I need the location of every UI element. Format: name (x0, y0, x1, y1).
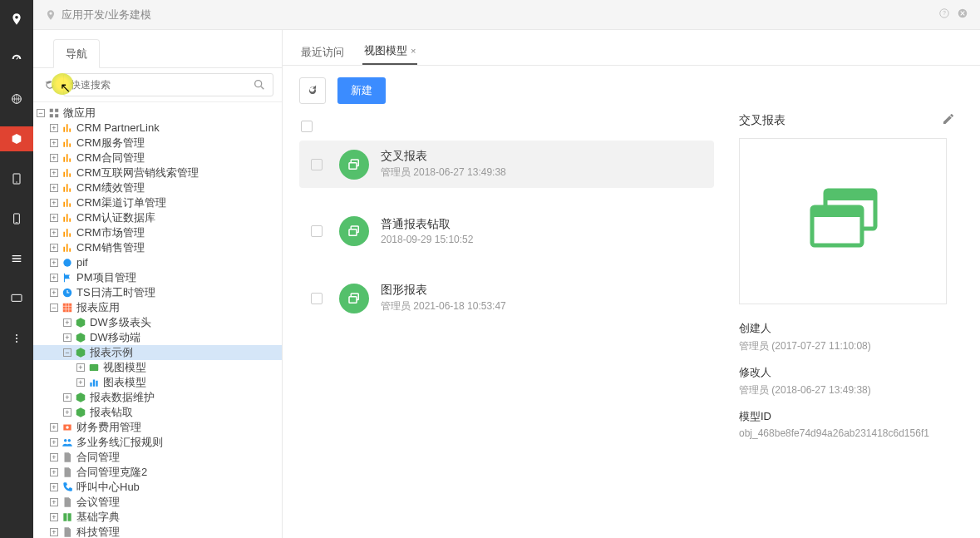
doc-icon (62, 526, 73, 538)
tree-toggle[interactable]: + (63, 393, 71, 402)
search-input-wrapper[interactable] (63, 73, 273, 96)
tree-node-crm3[interactable]: +CRM合同管理 (33, 151, 282, 165)
tree-toggle[interactable]: + (50, 154, 58, 162)
svg-rect-26 (349, 230, 357, 236)
tree-node-tech[interactable]: +科技管理 (33, 525, 282, 538)
tree-toggle[interactable]: + (50, 468, 58, 476)
details-panel: 交叉报表 创建人 管理员 (2017-07-27 11:10:08) 修改人 (731, 112, 980, 538)
chart-icon (62, 152, 73, 164)
tree-node-meeting[interactable]: +会议管理 (33, 495, 282, 510)
svg-rect-24 (349, 162, 357, 169)
tree-toggle[interactable]: + (50, 184, 58, 192)
tree-toggle[interactable]: + (76, 363, 85, 372)
tree-toggle[interactable]: + (63, 408, 71, 417)
tree-label: 科技管理 (76, 525, 120, 538)
tree-toggle[interactable]: + (63, 333, 71, 342)
tree-node-ts[interactable]: +TS日清工时管理 (33, 285, 282, 300)
tree-label: 报表应用 (76, 300, 120, 315)
rail-item-dashboard[interactable] (0, 47, 33, 72)
tree-node-crm2[interactable]: +CRM服务管理 (33, 136, 282, 151)
breadcrumb-part1[interactable]: 应用开发 (62, 7, 105, 22)
tree-node-chart[interactable]: +图表模型 (33, 375, 282, 390)
tree-node-pif[interactable]: +pif (33, 255, 282, 270)
tree-node-rules[interactable]: +多业务线汇报规则 (33, 435, 282, 450)
sidebar-refresh-button[interactable]: ↖ (42, 77, 58, 93)
tree-node-crm4[interactable]: +CRM互联网营销线索管理 (33, 165, 282, 180)
rail-item-mobile[interactable] (0, 206, 33, 231)
tree-label: CRM绩效管理 (76, 180, 145, 195)
tree-toggle[interactable]: + (50, 453, 58, 461)
close-icon[interactable] (957, 7, 968, 22)
tree-node-crm1[interactable]: +CRM PartnerLink (33, 121, 282, 136)
tree-toggle[interactable]: + (50, 423, 58, 432)
tree-toggle[interactable]: + (50, 214, 58, 222)
tree-toggle[interactable]: + (50, 483, 58, 491)
tree-toggle[interactable]: + (50, 124, 58, 132)
tree-toggle[interactable]: − (63, 348, 71, 357)
rail-item-tablet[interactable] (0, 166, 33, 191)
list-refresh-button[interactable] (299, 77, 326, 104)
tree-toggle[interactable]: + (50, 229, 58, 237)
content-tabs: 最近访问 视图模型× (283, 30, 980, 66)
search-input[interactable] (71, 79, 253, 91)
help-icon[interactable]: ? (938, 7, 950, 22)
tree-node-root[interactable]: −微应用 (33, 106, 282, 121)
tree-toggle[interactable]: + (50, 169, 58, 177)
tree-toggle[interactable]: − (50, 304, 58, 312)
tree-toggle[interactable]: + (63, 318, 71, 327)
tree-node-crm5[interactable]: +CRM绩效管理 (33, 180, 282, 195)
tree-node-call[interactable]: +呼叫中心Hub (33, 480, 282, 495)
rail-item-list[interactable] (0, 246, 33, 271)
tree-node-report[interactable]: −报表应用 (33, 300, 282, 315)
checkbox[interactable] (311, 159, 323, 170)
svg-rect-14 (55, 109, 58, 112)
tree-toggle[interactable]: + (76, 378, 85, 387)
tree-node-finance[interactable]: +财务费用管理 (33, 420, 282, 435)
list-item[interactable]: 交叉报表管理员 2018-06-27 13:49:38 (299, 141, 714, 188)
tree-toggle[interactable]: + (50, 528, 58, 536)
tree-label: CRM PartnerLink (76, 121, 160, 136)
tree-node-reportdrill[interactable]: +报表钻取 (33, 405, 282, 420)
tree-toggle[interactable]: + (50, 513, 58, 521)
tree-node-crm7[interactable]: +CRM认证数据库 (33, 210, 282, 225)
tree-node-contract[interactable]: +合同管理 (33, 450, 282, 465)
tree-toggle[interactable]: + (50, 289, 58, 297)
tree-toggle[interactable]: + (50, 259, 58, 267)
rail-item-monitor[interactable] (0, 286, 33, 311)
list-item[interactable]: 图形报表管理员 2021-06-18 10:53:47 (299, 274, 714, 322)
tree-toggle[interactable]: + (50, 244, 58, 252)
checkbox-all[interactable] (301, 121, 313, 132)
rail-item-model[interactable] (0, 126, 33, 151)
tab-recent[interactable]: 最近访问 (299, 40, 346, 65)
new-button[interactable]: 新建 (337, 77, 386, 104)
tree-toggle[interactable]: + (50, 199, 58, 207)
tree-toggle[interactable]: + (50, 274, 58, 282)
tab-view-model[interactable]: 视图模型× (362, 38, 417, 65)
tree-node-dw2[interactable]: +DW移动端 (33, 330, 282, 345)
breadcrumb-part2[interactable]: 业务建模 (108, 7, 151, 22)
tree-node-example[interactable]: −报表示例 (33, 345, 282, 360)
tree-toggle[interactable]: + (50, 438, 58, 447)
edit-icon[interactable] (942, 112, 955, 128)
sidebar-tab-nav[interactable]: 导航 (53, 39, 100, 68)
tree-node-crm6[interactable]: +CRM渠道订单管理 (33, 195, 282, 210)
rail-item-location[interactable] (0, 7, 33, 32)
doc-icon (62, 466, 73, 478)
tree-toggle[interactable]: + (50, 498, 58, 506)
tree-node-reportdata[interactable]: +报表数据维护 (33, 390, 282, 405)
list-item[interactable]: 普通报表钻取2018-09-29 15:10:52 (299, 208, 714, 254)
tree-node-dw1[interactable]: +DW多级表头 (33, 315, 282, 330)
tree-node-pm[interactable]: +PM项目管理 (33, 270, 282, 285)
tree-node-contract2[interactable]: +合同管理克隆2 (33, 465, 282, 480)
tree-node-dict[interactable]: +基础字典 (33, 510, 282, 525)
rail-item-more[interactable] (0, 326, 33, 351)
tree-node-crm9[interactable]: +CRM销售管理 (33, 240, 282, 255)
tree-toggle[interactable]: − (37, 109, 45, 117)
checkbox[interactable] (311, 293, 323, 304)
tree-node-view[interactable]: +视图模型 (33, 360, 282, 375)
tree-node-crm8[interactable]: +CRM市场管理 (33, 225, 282, 240)
rail-item-globe[interactable] (0, 86, 33, 111)
tree-toggle[interactable]: + (50, 139, 58, 147)
checkbox[interactable] (311, 225, 323, 237)
tab-close-icon[interactable]: × (411, 46, 416, 56)
